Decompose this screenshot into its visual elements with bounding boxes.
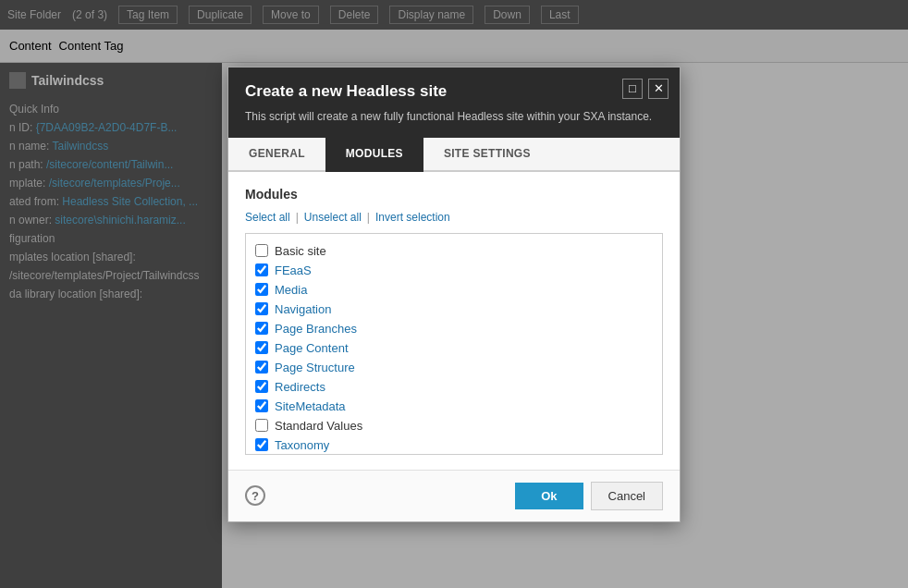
module-label-page-branches[interactable]: Page Branches <box>275 322 357 336</box>
module-item-basic-site: Basic site <box>255 241 653 261</box>
modal-body: Modules Select all | Unselect all | Inve… <box>228 172 680 470</box>
module-checkbox-navigation[interactable] <box>255 302 268 315</box>
module-checkbox-feaas[interactable] <box>255 263 268 276</box>
unselect-all-link[interactable]: Unselect all <box>304 211 362 224</box>
module-label-page-structure[interactable]: Page Structure <box>275 361 355 374</box>
ok-button[interactable]: Ok <box>515 483 583 509</box>
module-checkbox-media[interactable] <box>255 283 268 296</box>
modal-footer: ? Ok Cancel <box>228 470 680 521</box>
modal-subtitle: This script will create a new fully func… <box>245 108 663 125</box>
cancel-button[interactable]: Cancel <box>591 482 663 510</box>
module-checkbox-page-branches[interactable] <box>255 322 268 335</box>
modal-title: Create a new Headless site <box>245 82 663 101</box>
modal-dialog: Create a new Headless site This script w… <box>227 67 681 522</box>
module-checkbox-page-structure[interactable] <box>255 361 268 374</box>
module-label-navigation[interactable]: Navigation <box>275 302 331 316</box>
module-label-page-content[interactable]: Page Content <box>275 341 349 355</box>
module-item-feaas: FEaaS <box>255 261 653 280</box>
modal-tabs: GENERAL MODULES SITE SETTINGS <box>228 138 680 172</box>
module-checkbox-page-content[interactable] <box>255 341 268 354</box>
module-label-media[interactable]: Media <box>275 283 307 297</box>
sep1: | <box>296 211 299 224</box>
module-checkbox-taxonomy[interactable] <box>255 438 268 451</box>
module-checkbox-standard-values[interactable] <box>255 419 268 432</box>
module-label-taxonomy[interactable]: Taxonomy <box>275 438 329 452</box>
module-label-feaas[interactable]: FEaaS <box>275 263 312 277</box>
tab-modules[interactable]: MODULES <box>325 138 423 172</box>
module-item-site-metadata: SiteMetadata <box>255 397 653 416</box>
tab-general[interactable]: GENERAL <box>228 138 325 172</box>
module-item-page-branches: Page Branches <box>255 319 653 338</box>
modules-actions: Select all | Unselect all | Invert selec… <box>245 211 663 224</box>
tab-site-settings[interactable]: SITE SETTINGS <box>423 138 551 172</box>
module-item-redirects: Redirects <box>255 377 653 397</box>
modules-list: Basic site FEaaS Media Navigation Page B… <box>245 233 663 455</box>
modal-header-actions: □ ✕ <box>622 79 669 99</box>
module-item-taxonomy: Taxonomy <box>255 435 653 455</box>
module-item-media: Media <box>255 280 653 300</box>
module-item-page-structure: Page Structure <box>255 358 653 377</box>
modal-maximize-button[interactable]: □ <box>622 79 643 99</box>
module-item-page-content: Page Content <box>255 338 653 358</box>
module-label-standard-values[interactable]: Standard Values <box>275 419 362 433</box>
sep2: | <box>367 211 370 224</box>
module-label-site-metadata[interactable]: SiteMetadata <box>275 399 346 413</box>
module-checkbox-site-metadata[interactable] <box>255 399 268 412</box>
modal-close-button[interactable]: ✕ <box>648 79 669 99</box>
modal-footer-left: ? <box>245 485 265 506</box>
module-label-redirects[interactable]: Redirects <box>275 380 325 394</box>
modal-overlay: Create a new Headless site This script w… <box>0 0 908 588</box>
modal-header: Create a new Headless site This script w… <box>228 67 680 138</box>
select-all-link[interactable]: Select all <box>245 211 290 224</box>
help-icon[interactable]: ? <box>245 485 265 506</box>
module-item-navigation: Navigation <box>255 300 653 319</box>
module-checkbox-basic-site[interactable] <box>255 244 268 257</box>
invert-selection-link[interactable]: Invert selection <box>375 211 450 224</box>
module-label-basic-site[interactable]: Basic site <box>275 244 326 258</box>
module-item-standard-values: Standard Values <box>255 416 653 435</box>
module-checkbox-redirects[interactable] <box>255 380 268 393</box>
modules-section-title: Modules <box>245 187 663 202</box>
